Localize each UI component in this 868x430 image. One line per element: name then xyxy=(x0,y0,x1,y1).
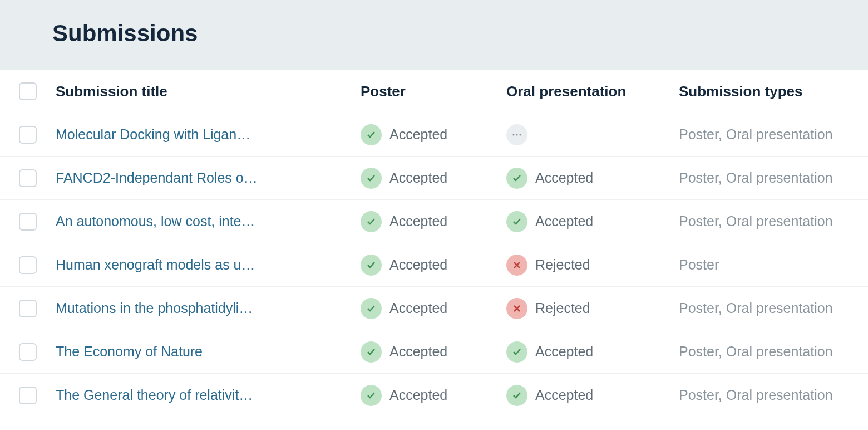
status-label: Accepted xyxy=(389,344,447,360)
submission-title-link[interactable]: An autonomous, low cost, inte… xyxy=(56,213,317,229)
status-label: Rejected xyxy=(535,300,590,316)
page-header: Submissions xyxy=(0,0,868,70)
submission-types: Poster, Oral presentation xyxy=(679,387,833,403)
row-checkbox[interactable] xyxy=(19,213,37,231)
row-oral-cell: Accepted xyxy=(506,211,679,232)
row-poster-cell: Accepted xyxy=(328,255,506,276)
row-checkbox[interactable] xyxy=(19,126,37,144)
poster-status: Accepted xyxy=(361,124,506,145)
row-poster-cell: Accepted xyxy=(328,211,506,232)
svg-point-1 xyxy=(516,134,517,135)
check-icon xyxy=(506,385,527,406)
svg-point-0 xyxy=(512,134,514,135)
poster-status: Accepted xyxy=(361,298,506,319)
row-title-cell: Molecular Docking with Ligan… xyxy=(56,126,328,143)
x-icon xyxy=(506,298,527,319)
poster-status: Accepted xyxy=(361,341,506,363)
row-types-cell: Poster, Oral presentation xyxy=(679,344,868,360)
x-icon xyxy=(506,255,527,276)
table-row: The General theory of relativit… Accepte… xyxy=(0,374,868,417)
row-oral-cell: Rejected xyxy=(506,255,679,276)
row-title-cell: An autonomous, low cost, inte… xyxy=(56,213,328,229)
row-checkbox-cell xyxy=(0,256,56,274)
oral-status: Accepted xyxy=(506,168,679,189)
table-header-row: Submission title Poster Oral presentatio… xyxy=(0,70,868,113)
svg-point-2 xyxy=(519,134,521,135)
status-label: Accepted xyxy=(389,126,447,143)
column-header-oral: Oral presentation xyxy=(506,83,626,100)
row-poster-cell: Accepted xyxy=(328,298,506,319)
row-types-cell: Poster, Oral presentation xyxy=(679,387,868,403)
row-poster-cell: Accepted xyxy=(328,168,506,189)
header-types-cell: Submission types xyxy=(679,83,868,100)
row-types-cell: Poster, Oral presentation xyxy=(679,300,868,316)
row-title-cell: Mutations in the phosphatidyli… xyxy=(56,300,328,316)
table-body: Molecular Docking with Ligan… Accepted P… xyxy=(0,113,868,417)
dots-icon xyxy=(506,124,527,145)
submission-title-link[interactable]: The General theory of relativit… xyxy=(56,387,317,403)
oral-status: Rejected xyxy=(506,255,679,276)
submission-title-link[interactable]: Mutations in the phosphatidyli… xyxy=(56,300,317,316)
poster-status: Accepted xyxy=(361,385,506,406)
submissions-table: Submission title Poster Oral presentatio… xyxy=(0,70,868,417)
status-label: Rejected xyxy=(535,257,590,273)
status-label: Accepted xyxy=(389,300,447,316)
row-oral-cell: Accepted xyxy=(506,385,679,406)
submission-types: Poster xyxy=(679,257,719,272)
row-poster-cell: Accepted xyxy=(328,124,506,145)
submission-title-link[interactable]: FANCD2-Independant Roles o… xyxy=(56,170,317,186)
submission-title-link[interactable]: The Economy of Nature xyxy=(56,344,317,360)
check-icon xyxy=(361,341,382,363)
row-checkbox-cell xyxy=(0,343,56,361)
column-header-title: Submission title xyxy=(56,83,167,100)
table-row: An autonomous, low cost, inte… Accepted … xyxy=(0,200,868,243)
row-title-cell: FANCD2-Independant Roles o… xyxy=(56,170,328,186)
oral-status: Rejected xyxy=(506,298,679,319)
row-checkbox-cell xyxy=(0,300,56,317)
row-checkbox-cell xyxy=(0,169,56,187)
row-oral-cell: Accepted xyxy=(506,168,679,189)
row-poster-cell: Accepted xyxy=(328,385,506,406)
poster-status: Accepted xyxy=(361,255,506,276)
status-label: Accepted xyxy=(535,213,593,229)
table-row: FANCD2-Independant Roles o… Accepted Acc… xyxy=(0,157,868,200)
header-checkbox-cell xyxy=(0,82,56,100)
oral-status: Accepted xyxy=(506,385,679,406)
poster-status: Accepted xyxy=(361,211,506,232)
row-checkbox[interactable] xyxy=(19,169,37,187)
check-icon xyxy=(361,124,382,145)
status-label: Accepted xyxy=(389,170,447,186)
row-checkbox[interactable] xyxy=(19,256,37,274)
status-label: Accepted xyxy=(389,213,447,229)
header-title-cell: Submission title xyxy=(56,83,328,100)
row-checkbox[interactable] xyxy=(19,387,37,404)
status-label: Accepted xyxy=(535,170,593,186)
row-types-cell: Poster xyxy=(679,257,868,273)
row-checkbox[interactable] xyxy=(19,343,37,361)
check-icon xyxy=(361,298,382,319)
oral-status: Accepted xyxy=(506,211,679,232)
table-row: Mutations in the phosphatidyli… Accepted… xyxy=(0,287,868,330)
row-oral-cell: Accepted xyxy=(506,341,679,363)
status-label: Accepted xyxy=(535,387,593,403)
row-title-cell: The General theory of relativit… xyxy=(56,387,328,403)
header-oral-cell: Oral presentation xyxy=(506,83,679,100)
poster-status: Accepted xyxy=(361,168,506,189)
status-label: Accepted xyxy=(389,387,447,403)
submission-title-link[interactable]: Human xenograft models as u… xyxy=(56,257,317,273)
table-row: Molecular Docking with Ligan… Accepted P… xyxy=(0,113,868,157)
row-oral-cell: Rejected xyxy=(506,298,679,319)
submission-types: Poster, Oral presentation xyxy=(679,213,833,229)
check-icon xyxy=(506,211,527,232)
select-all-checkbox[interactable] xyxy=(19,82,37,100)
submission-types: Poster, Oral presentation xyxy=(679,300,833,316)
row-title-cell: Human xenograft models as u… xyxy=(56,257,328,273)
status-label: Accepted xyxy=(535,344,593,360)
check-icon xyxy=(361,385,382,406)
submission-title-link[interactable]: Molecular Docking with Ligan… xyxy=(56,126,317,143)
row-checkbox-cell xyxy=(0,126,56,144)
row-poster-cell: Accepted xyxy=(328,341,506,363)
row-checkbox[interactable] xyxy=(19,300,37,317)
check-icon xyxy=(361,211,382,232)
row-types-cell: Poster, Oral presentation xyxy=(679,126,868,143)
